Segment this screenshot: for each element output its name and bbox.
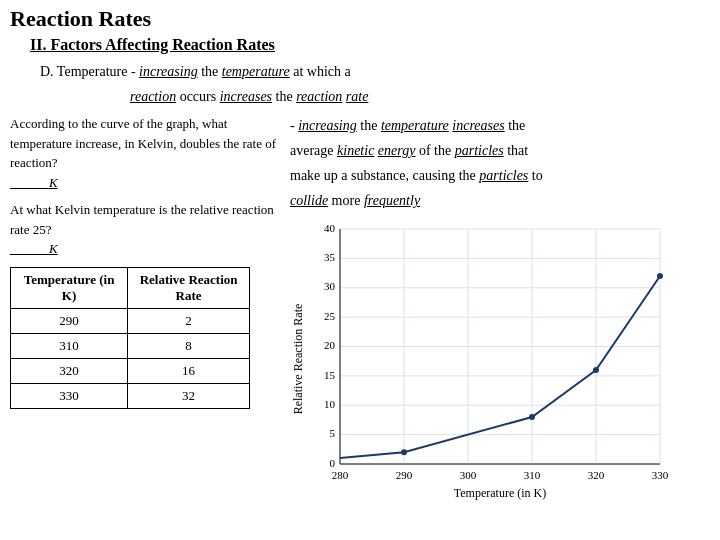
- svg-text:Temperature (in K): Temperature (in K): [454, 486, 546, 500]
- svg-text:Relative Reaction Rate: Relative Reaction Rate: [291, 303, 305, 414]
- temp-cell: 290: [11, 308, 128, 333]
- body-line2: average kinetic energy of the particles …: [290, 139, 710, 162]
- temp-cell: 330: [11, 383, 128, 408]
- bl2-word2: energy: [378, 143, 416, 158]
- svg-text:40: 40: [324, 222, 336, 234]
- svg-text:300: 300: [460, 469, 477, 481]
- bl1-word1: increasing: [298, 118, 357, 133]
- chart-svg: 40 35 30 25 20 15 10 5 0 280 290 300 310…: [290, 219, 670, 509]
- body-line3: make up a substance, causing the particl…: [290, 164, 710, 187]
- data-point-290: [401, 449, 407, 455]
- bl4-word1: collide: [290, 193, 328, 208]
- bl4-word2: frequently: [364, 193, 420, 208]
- svg-text:310: 310: [524, 469, 541, 481]
- d-line1: D. Temperature - increasing the temperat…: [40, 60, 710, 83]
- rate-cell: 32: [128, 383, 250, 408]
- d-label: D. Temperature -: [40, 64, 136, 79]
- svg-text:10: 10: [324, 398, 336, 410]
- section-title: II. Factors Affecting Reaction Rates: [30, 36, 710, 54]
- question-block: At what Kelvin temperature is the relati…: [10, 200, 280, 259]
- table-row: 3108: [11, 333, 250, 358]
- table-row: 33032: [11, 383, 250, 408]
- svg-text:280: 280: [332, 469, 349, 481]
- svg-text:35: 35: [324, 251, 336, 263]
- bl1-word3: increases: [452, 118, 504, 133]
- svg-text:30: 30: [324, 280, 336, 292]
- word-rate: rate: [346, 89, 369, 104]
- svg-text:0: 0: [330, 457, 336, 469]
- table-row: 32016: [11, 358, 250, 383]
- svg-text:320: 320: [588, 469, 605, 481]
- page: Reaction Rates II. Factors Affecting Rea…: [0, 0, 720, 515]
- body-line1: - increasing the temperature increases t…: [290, 114, 710, 137]
- rate-cell: 8: [128, 333, 250, 358]
- d-line2: reaction occurs increases the reaction r…: [130, 85, 710, 108]
- svg-text:25: 25: [324, 310, 336, 322]
- rate-cell: 2: [128, 308, 250, 333]
- temp-cell: 320: [11, 358, 128, 383]
- word-increases: increases: [220, 89, 272, 104]
- col2-header: Relative Reaction Rate: [128, 267, 250, 308]
- content-area: According to the curve of the graph, wha…: [10, 114, 710, 508]
- svg-text:15: 15: [324, 369, 336, 381]
- col1-header: Temperature (in K): [11, 267, 128, 308]
- bl3-word1: particles: [479, 168, 528, 183]
- body-line4: collide more frequently: [290, 189, 710, 212]
- data-table: Temperature (in K) Relative Reaction Rat…: [10, 267, 250, 409]
- bl2-word3: particles: [455, 143, 504, 158]
- right-panel: - increasing the temperature increases t…: [290, 114, 710, 508]
- description-text: According to the curve of the graph, wha…: [10, 114, 280, 192]
- blank2: ______K: [10, 241, 58, 256]
- table-row: 2902: [11, 308, 250, 333]
- temp-cell: 310: [11, 333, 128, 358]
- word-temperature: temperature: [222, 64, 290, 79]
- word-increasing: increasing: [139, 64, 198, 79]
- left-panel: According to the curve of the graph, wha…: [10, 114, 290, 508]
- word-reaction2: reaction: [296, 89, 342, 104]
- subsection: D. Temperature - increasing the temperat…: [40, 60, 710, 108]
- chart-container: 40 35 30 25 20 15 10 5 0 280 290 300 310…: [290, 219, 670, 509]
- blank1: ______K: [10, 175, 58, 190]
- chart-line: [340, 276, 660, 458]
- rate-cell: 16: [128, 358, 250, 383]
- data-point-320: [593, 367, 599, 373]
- word-reaction1: reaction: [130, 89, 176, 104]
- bl2-word1: kinetic: [337, 143, 374, 158]
- svg-text:20: 20: [324, 339, 336, 351]
- bl1-word2: temperature: [381, 118, 449, 133]
- svg-text:5: 5: [330, 427, 336, 439]
- svg-text:290: 290: [396, 469, 413, 481]
- data-point-330: [657, 273, 663, 279]
- data-point-310: [529, 414, 535, 420]
- svg-text:330: 330: [652, 469, 669, 481]
- page-title: Reaction Rates: [10, 6, 710, 32]
